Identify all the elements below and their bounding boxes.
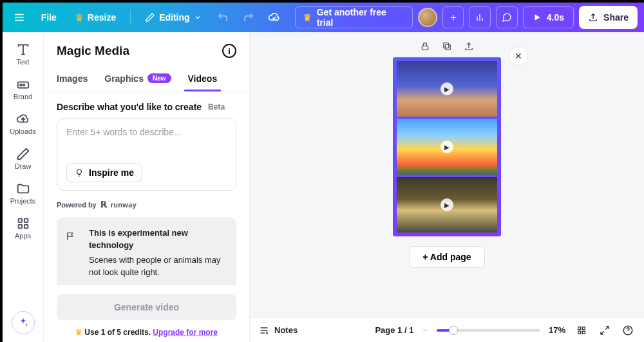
upgrade-link[interactable]: Upgrade for more — [153, 328, 218, 337]
describe-label: Describe what you'd like to create — [57, 102, 202, 112]
divider — [130, 10, 131, 25]
svg-rect-28 — [582, 331, 585, 334]
export-icon[interactable] — [464, 41, 474, 52]
svg-rect-17 — [24, 225, 28, 229]
redo-button[interactable] — [238, 7, 259, 28]
help-icon[interactable] — [621, 323, 635, 337]
video-clip-2[interactable]: ▶ — [397, 119, 497, 175]
prompt-placeholder: Enter 5+ words to describe... — [66, 127, 227, 137]
duplicate-icon[interactable] — [442, 41, 452, 52]
tab-graphics[interactable]: GraphicsNew — [104, 66, 171, 91]
top-toolbar: File ♛ Resize Editing ♛ Get another free… — [3, 3, 644, 32]
rail-projects[interactable]: Projects — [3, 176, 43, 210]
svg-marker-6 — [535, 14, 540, 20]
editing-mode-dropdown[interactable]: Editing — [138, 7, 207, 28]
magic-button[interactable] — [12, 311, 35, 334]
crown-icon: ♛ — [75, 12, 84, 24]
experimental-notice: This is experimental new technology Scen… — [57, 217, 236, 285]
menu-button[interactable] — [9, 7, 30, 28]
svg-rect-19 — [445, 44, 450, 50]
svg-line-29 — [605, 327, 609, 330]
tab-images[interactable]: Images — [57, 66, 88, 91]
cloud-sync-icon[interactable] — [264, 7, 285, 28]
flag-icon — [66, 231, 76, 242]
prompt-input[interactable]: Enter 5+ words to describe... Inspire me — [57, 119, 236, 191]
add-member-button[interactable]: ＋ — [442, 6, 464, 28]
rail-brand[interactable]: Brand — [3, 72, 43, 106]
panel-scroll[interactable]: Describe what you'd like to create Beta … — [44, 91, 249, 285]
file-menu[interactable]: File — [35, 7, 63, 28]
pencil-icon — [145, 12, 155, 23]
free-trial-button[interactable]: ♛ Get another free trial — [295, 6, 413, 28]
rail-draw[interactable]: Draw — [3, 142, 43, 175]
page-controls — [420, 41, 474, 52]
svg-point-12 — [23, 84, 24, 86]
info-icon[interactable]: i — [222, 44, 236, 58]
video-clip-1[interactable]: ▶ — [397, 61, 497, 117]
svg-rect-16 — [18, 225, 22, 229]
analytics-button[interactable] — [469, 6, 491, 28]
rail-apps[interactable]: Apps — [3, 211, 43, 245]
play-icon: ▶ — [440, 198, 453, 211]
notes-icon — [259, 325, 269, 336]
status-bar: Notes Page 1 / 1 − 17% — [250, 318, 644, 342]
left-rail: Text Brand Uploads Draw Projects Apps — [3, 32, 44, 342]
resize-button[interactable]: ♛ Resize — [68, 7, 122, 28]
play-icon — [533, 13, 542, 22]
svg-rect-15 — [24, 219, 28, 223]
play-icon: ▶ — [440, 82, 453, 95]
panel-title: Magic Media — [57, 44, 129, 58]
lock-icon[interactable] — [420, 41, 430, 52]
svg-rect-18 — [422, 46, 428, 50]
generate-video-button[interactable]: Generate video — [57, 294, 236, 320]
beta-label: Beta — [208, 102, 225, 111]
side-panel: Magic Media i Images GraphicsNew Videos … — [44, 32, 250, 342]
svg-rect-27 — [578, 331, 581, 334]
svg-rect-20 — [444, 43, 449, 48]
close-panel-button[interactable]: ✕ — [509, 46, 528, 66]
play-icon: ▶ — [440, 140, 453, 153]
share-button[interactable]: Share — [579, 6, 638, 29]
crown-icon: ♛ — [303, 12, 312, 23]
comment-button[interactable] — [496, 6, 518, 28]
page-indicator[interactable]: Page 1 / 1 — [375, 325, 413, 335]
rail-text[interactable]: Text — [3, 37, 43, 71]
avatar[interactable] — [418, 8, 437, 27]
zoom-slider[interactable] — [437, 329, 540, 332]
upload-icon — [588, 12, 598, 23]
fullscreen-icon[interactable] — [598, 323, 612, 337]
svg-line-30 — [601, 331, 604, 334]
canvas-area: ✕ ▶ ▶ ▶ + Add page Notes Page 1 / 1 − — [250, 32, 644, 342]
tab-videos[interactable]: Videos — [188, 66, 218, 91]
design-page[interactable]: ▶ ▶ ▶ — [393, 58, 500, 236]
inspire-me-button[interactable]: Inspire me — [66, 163, 142, 182]
notes-button[interactable]: Notes — [259, 325, 298, 336]
svg-rect-25 — [578, 327, 581, 329]
new-badge: New — [147, 73, 171, 83]
svg-point-11 — [19, 84, 21, 86]
zoom-value[interactable]: 17% — [549, 325, 565, 335]
crown-icon: ♛ — [75, 328, 82, 337]
grid-view-icon[interactable] — [574, 323, 589, 337]
powered-by: Powered by ℝ runway — [57, 200, 236, 209]
chevron-down-icon — [194, 14, 202, 21]
credits-row: ♛ Use 1 of 5 credits. Upgrade for more — [44, 324, 249, 342]
bulb-icon — [75, 168, 84, 177]
rail-uploads[interactable]: Uploads — [3, 107, 43, 140]
panel-tabs: Images GraphicsNew Videos — [44, 66, 249, 91]
play-preview-button[interactable]: 4.0s — [523, 6, 574, 28]
add-page-button[interactable]: + Add page — [409, 246, 484, 268]
svg-rect-26 — [582, 327, 585, 329]
svg-rect-14 — [18, 219, 22, 223]
video-clip-3[interactable]: ▶ — [397, 177, 497, 233]
undo-button[interactable] — [213, 7, 234, 28]
